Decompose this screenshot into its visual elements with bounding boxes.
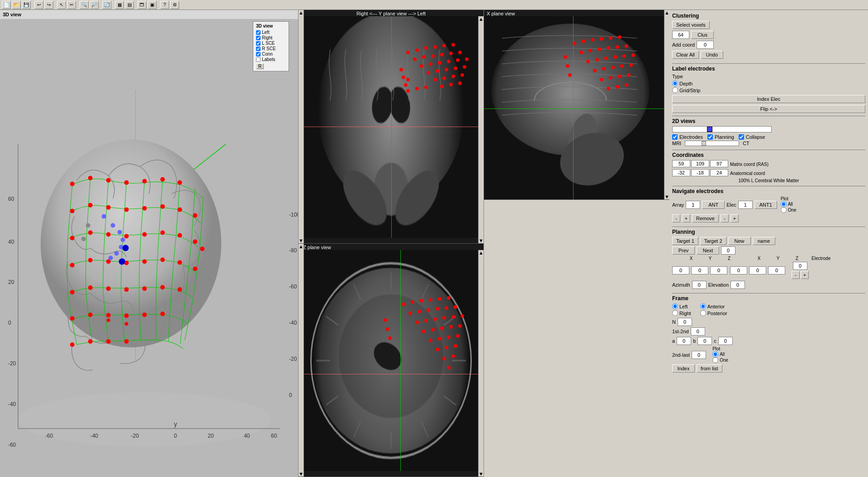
plan-z2[interactable] <box>768 266 785 274</box>
zoom-out-btn[interactable]: 🔎 <box>90 1 99 9</box>
right-cb[interactable] <box>256 36 261 40</box>
y-scroll-right-up[interactable]: ▲ <box>479 16 484 22</box>
x-plane-canvas[interactable] <box>484 16 664 199</box>
target2-btn[interactable]: Target 2 <box>700 237 726 245</box>
add-coord-input[interactable] <box>697 41 714 49</box>
b-input[interactable] <box>697 337 712 345</box>
clus-btn[interactable]: Clus <box>691 31 714 39</box>
view3d-btn[interactable]: 🗔 <box>138 1 147 9</box>
tool-btn3[interactable]: ▣ <box>147 1 157 9</box>
elec-input[interactable] <box>738 201 753 209</box>
left-cb[interactable] <box>256 30 261 35</box>
mri-slider-thumb[interactable] <box>702 141 706 146</box>
save-file-btn[interactable]: 💾 <box>22 1 31 9</box>
1st2nd-input[interactable] <box>691 327 705 335</box>
next-btn[interactable]: Next <box>697 246 719 255</box>
target1-btn[interactable]: Target 1 <box>672 237 698 245</box>
y-scroll-up[interactable]: ▲ <box>299 10 304 15</box>
x-scroll-down[interactable]: ▼ <box>664 194 669 199</box>
next-val-input[interactable] <box>721 246 735 255</box>
from-list-btn[interactable]: from list <box>697 364 722 373</box>
a-input[interactable] <box>677 337 691 345</box>
electrodes-cb[interactable] <box>672 134 678 140</box>
tool-btn4[interactable]: ⚙ <box>170 1 179 9</box>
c-input[interactable] <box>718 337 733 345</box>
frame-anterior-radio[interactable] <box>700 303 706 309</box>
electrode-plus-btn[interactable]: + <box>801 271 809 279</box>
rotate-btn[interactable]: 🔄 <box>102 1 111 9</box>
ant-btn[interactable]: ANT <box>702 201 725 209</box>
z-scroll-down[interactable]: ▼ <box>299 471 304 477</box>
x-plane-panel[interactable]: X plane view ▲ ▼ <box>484 10 669 200</box>
z-plane-panel[interactable]: Z plane view ▲ ▼ <box>299 244 484 477</box>
z-scroll-right-down[interactable]: ▼ <box>479 471 484 477</box>
new-file-btn[interactable]: 📄 <box>2 1 11 9</box>
cluster-num-input[interactable] <box>672 31 689 39</box>
plan-z1[interactable] <box>710 266 727 274</box>
frame-left-radio[interactable] <box>672 303 678 309</box>
lsce-cb[interactable] <box>256 41 261 46</box>
name-btn[interactable]: name <box>753 237 775 245</box>
plan-x2[interactable] <box>730 266 747 274</box>
help-btn[interactable]: ? <box>160 1 169 9</box>
ant1-btn[interactable]: ANT1 <box>754 201 777 209</box>
plan-y1[interactable] <box>691 266 708 274</box>
zoom-in-btn[interactable]: 🔍 <box>80 1 89 9</box>
elevation-input[interactable] <box>730 281 745 289</box>
undo-btn[interactable]: ↩ <box>34 1 43 9</box>
frame-plot-one[interactable] <box>712 357 718 363</box>
rsce-cb[interactable] <box>256 47 261 51</box>
azimuth-input[interactable] <box>692 281 707 289</box>
label-elec-title: Label electrodes <box>672 66 865 72</box>
planning-cb[interactable] <box>707 134 713 140</box>
array-input[interactable] <box>686 201 700 209</box>
frame-plot-all[interactable] <box>712 351 718 357</box>
select-voxels-btn[interactable]: Select voxels <box>672 21 710 29</box>
conn-cb[interactable] <box>256 52 261 57</box>
electrode-minus-btn[interactable]: - <box>792 271 800 279</box>
z-scroll-up[interactable]: ▲ <box>299 244 304 249</box>
prev-btn[interactable]: Prev <box>672 246 695 255</box>
nav-minus2-btn[interactable]: - <box>721 214 729 222</box>
frame-right-radio[interactable] <box>672 310 678 316</box>
redo-btn[interactable]: ↪ <box>44 1 53 9</box>
select-btn[interactable]: ▦ <box>115 1 124 9</box>
plot-one-radio[interactable] <box>781 207 787 213</box>
z-plane-canvas[interactable] <box>304 250 478 472</box>
n-input[interactable] <box>678 318 692 326</box>
svg-point-67 <box>160 312 165 316</box>
x-scroll-up[interactable]: ▲ <box>664 10 669 15</box>
y-scroll-right-down[interactable]: ▼ <box>479 238 484 243</box>
labels-cb[interactable] <box>256 57 261 62</box>
collapse-cb[interactable] <box>739 134 744 140</box>
y-plane-panel[interactable]: Right <--- Y plane view ---> Left ▲ ▼ <box>299 10 484 244</box>
open-file-btn[interactable]: 📂 <box>12 1 21 9</box>
clear-all-btn[interactable]: Clear All <box>672 51 699 59</box>
gridstrip-radio[interactable] <box>672 87 678 93</box>
views-2d-slider-thumb[interactable] <box>707 127 712 132</box>
depth-radio[interactable] <box>672 80 678 86</box>
nav-plus2-btn[interactable]: + <box>730 214 739 222</box>
new-btn[interactable]: New <box>728 237 751 245</box>
plan-x1[interactable] <box>672 266 689 274</box>
remove-btn[interactable]: Remove <box>692 214 719 222</box>
plan-y2[interactable] <box>749 266 766 274</box>
tool-btn2[interactable]: ▤ <box>125 1 134 9</box>
r-btn[interactable]: R <box>256 63 264 69</box>
2ndlast-input[interactable] <box>692 351 706 359</box>
z-scroll-right-up[interactable]: ▲ <box>479 250 484 255</box>
y-plane-canvas[interactable] <box>304 16 478 238</box>
plot-all-radio[interactable] <box>781 201 787 207</box>
nav-minus-btn[interactable]: - <box>672 214 680 222</box>
flip-btn[interactable]: Flip <-> <box>672 105 865 113</box>
nav-plus-btn[interactable]: + <box>682 214 690 222</box>
frame-posterior-radio[interactable] <box>700 310 706 316</box>
undo-btn[interactable]: Undo <box>701 51 723 59</box>
cursor-btn[interactable]: ↖ <box>57 1 66 9</box>
tool-btn1[interactable]: ✂ <box>67 1 76 9</box>
y-scroll-down[interactable]: ▼ <box>299 238 304 243</box>
index-elec-btn[interactable]: Index Elec <box>672 95 865 103</box>
electrode-val-input[interactable] <box>793 262 807 270</box>
canvas-3d[interactable]: y 60 40 20 0 -20 -40 -60 -60 -40 -20 0 2… <box>0 19 298 477</box>
index-btn[interactable]: Index <box>672 364 695 373</box>
